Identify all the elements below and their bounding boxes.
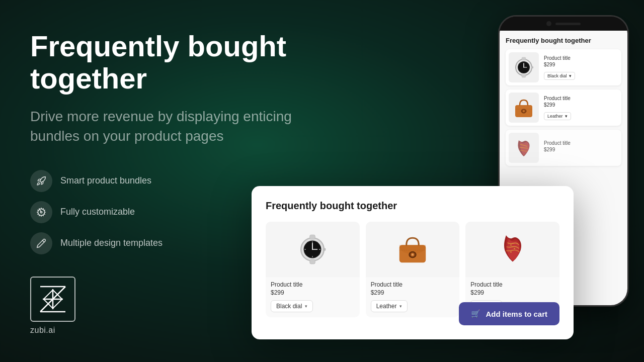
phone-notch (500, 17, 627, 31)
phone-camera (546, 21, 551, 26)
phone-product-bag: Product title $299 Leather ▾ (506, 89, 621, 126)
product-watch-title: Product title (271, 281, 355, 288)
svg-rect-13 (531, 66, 533, 68)
product-bag-dropdown[interactable]: Leather ▾ (371, 300, 408, 312)
phone-product-price-watch: $299 (544, 62, 618, 67)
phone-product-price-bag: $299 (544, 102, 618, 108)
cart-icon: 🛒 (471, 309, 480, 318)
product-bag-variant: Leather (376, 303, 397, 310)
product-watch-variant: Black dial (276, 303, 302, 310)
feature-text-1: Smart product bundles (60, 175, 151, 186)
product-watch-price: $299 (271, 289, 355, 296)
bag-chevron-icon: ▾ (399, 304, 402, 309)
logo-text: zubi.ai (30, 326, 55, 335)
svg-rect-12 (522, 74, 526, 77)
svg-point-36 (412, 254, 414, 256)
phone-watch-image (509, 52, 539, 82)
svg-rect-11 (522, 57, 526, 60)
watch-chevron-icon: ▾ (305, 304, 307, 309)
svg-point-39 (514, 248, 515, 249)
widget-title: Frequently bought together (266, 200, 559, 212)
phone-product-scarf: Product title $299 (506, 130, 621, 166)
product-watch-body: Product title $299 Black dial ▾ (266, 277, 360, 317)
feature-text-2: Fully customizable (60, 207, 135, 217)
phone-widget-title: Frequently bought together (506, 37, 621, 44)
phone-product-info-watch: Product title $299 Black dial ▾ (544, 55, 618, 80)
product-bag-image (366, 222, 460, 277)
logo-box (30, 277, 75, 322)
subtitle: Drive more revenue by displaying enticin… (30, 107, 322, 146)
pen-icon (30, 232, 52, 254)
phone-product-info-scarf: Product title $299 (544, 140, 618, 155)
svg-point-16 (523, 110, 525, 112)
svg-point-40 (510, 251, 512, 253)
gear-icon (30, 201, 52, 223)
phone-variant-watch[interactable]: Black dial ▾ (544, 72, 575, 80)
product-scarf-price: $299 (470, 289, 554, 296)
product-card-watch: Product title $299 Black dial ▾ (266, 222, 360, 317)
product-scarf-image (465, 222, 559, 277)
phone-product-title-bag: Product title (544, 96, 618, 101)
phone-scarf-image (509, 133, 539, 163)
phone-product-title-scarf: Product title (544, 140, 618, 146)
add-to-cart-label: Add items to cart (486, 310, 547, 318)
add-to-cart-button[interactable]: 🛒 Add items to cart (459, 302, 559, 325)
svg-point-38 (510, 244, 512, 246)
product-bag-title: Product title (371, 281, 455, 288)
phone-product-info-bag: Product title $299 Leather ▾ (544, 96, 618, 120)
phone-bag-image (509, 93, 539, 123)
phone-product-title-watch: Product title (544, 55, 618, 61)
svg-rect-26 (310, 235, 315, 239)
product-watch-image (266, 222, 360, 277)
rocket-icon (30, 170, 52, 192)
product-watch-dropdown[interactable]: Black dial ▾ (271, 300, 313, 312)
product-bag-body: Product title $299 Leather ▾ (366, 277, 460, 317)
product-card-bag: Product title $299 Leather ▾ (366, 222, 460, 317)
product-bag-price: $299 (371, 289, 455, 296)
main-widget-card: Frequently bought together (252, 186, 574, 339)
svg-rect-28 (323, 248, 326, 250)
svg-rect-27 (310, 259, 315, 264)
phone-variant-bag[interactable]: Leather ▾ (544, 112, 571, 120)
feature-text-3: Multiple design templates (60, 238, 163, 248)
product-scarf-title: Product title (470, 281, 554, 288)
phone-product-watch: Product title $299 Black dial ▾ (506, 49, 621, 85)
phone-product-price-scarf: $299 (544, 147, 618, 152)
phone-speaker (555, 23, 581, 25)
main-title: Frequently bought together (30, 30, 322, 95)
